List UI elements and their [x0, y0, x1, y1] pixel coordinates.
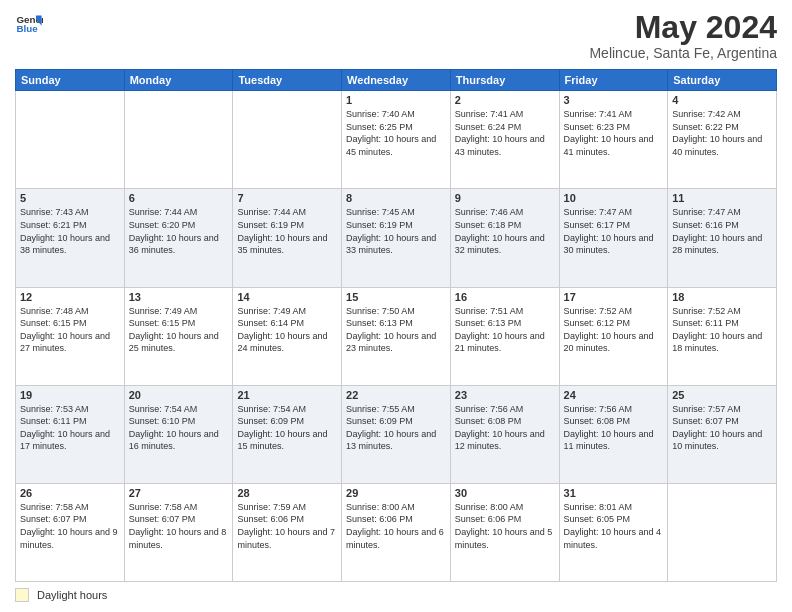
table-row: 15Sunrise: 7:50 AM Sunset: 6:13 PM Dayli…: [342, 287, 451, 385]
col-wednesday: Wednesday: [342, 70, 451, 91]
day-info: Sunrise: 7:47 AM Sunset: 6:16 PM Dayligh…: [672, 206, 772, 256]
table-row: 22Sunrise: 7:55 AM Sunset: 6:09 PM Dayli…: [342, 385, 451, 483]
day-info: Sunrise: 7:55 AM Sunset: 6:09 PM Dayligh…: [346, 403, 446, 453]
table-row: 31Sunrise: 8:01 AM Sunset: 6:05 PM Dayli…: [559, 483, 668, 581]
day-number: 11: [672, 192, 772, 204]
col-saturday: Saturday: [668, 70, 777, 91]
day-number: 9: [455, 192, 555, 204]
table-row: 5Sunrise: 7:43 AM Sunset: 6:21 PM Daylig…: [16, 189, 125, 287]
day-info: Sunrise: 7:46 AM Sunset: 6:18 PM Dayligh…: [455, 206, 555, 256]
day-info: Sunrise: 7:54 AM Sunset: 6:09 PM Dayligh…: [237, 403, 337, 453]
table-row: 21Sunrise: 7:54 AM Sunset: 6:09 PM Dayli…: [233, 385, 342, 483]
calendar-week-row: 5Sunrise: 7:43 AM Sunset: 6:21 PM Daylig…: [16, 189, 777, 287]
day-number: 4: [672, 94, 772, 106]
day-info: Sunrise: 7:59 AM Sunset: 6:06 PM Dayligh…: [237, 501, 337, 551]
day-number: 1: [346, 94, 446, 106]
day-info: Sunrise: 7:58 AM Sunset: 6:07 PM Dayligh…: [129, 501, 229, 551]
day-info: Sunrise: 7:56 AM Sunset: 6:08 PM Dayligh…: [564, 403, 664, 453]
day-number: 21: [237, 389, 337, 401]
col-thursday: Thursday: [450, 70, 559, 91]
table-row: 29Sunrise: 8:00 AM Sunset: 6:06 PM Dayli…: [342, 483, 451, 581]
daylight-box-icon: [15, 588, 29, 602]
title-block: May 2024 Melincue, Santa Fe, Argentina: [589, 10, 777, 61]
day-info: Sunrise: 8:00 AM Sunset: 6:06 PM Dayligh…: [455, 501, 555, 551]
day-info: Sunrise: 7:54 AM Sunset: 6:10 PM Dayligh…: [129, 403, 229, 453]
day-number: 6: [129, 192, 229, 204]
day-number: 18: [672, 291, 772, 303]
day-info: Sunrise: 7:58 AM Sunset: 6:07 PM Dayligh…: [20, 501, 120, 551]
day-number: 2: [455, 94, 555, 106]
header: General Blue May 2024 Melincue, Santa Fe…: [15, 10, 777, 61]
day-info: Sunrise: 7:56 AM Sunset: 6:08 PM Dayligh…: [455, 403, 555, 453]
day-number: 17: [564, 291, 664, 303]
subtitle: Melincue, Santa Fe, Argentina: [589, 45, 777, 61]
day-number: 20: [129, 389, 229, 401]
day-number: 31: [564, 487, 664, 499]
day-number: 15: [346, 291, 446, 303]
calendar-week-row: 19Sunrise: 7:53 AM Sunset: 6:11 PM Dayli…: [16, 385, 777, 483]
table-row: [16, 91, 125, 189]
day-number: 12: [20, 291, 120, 303]
day-info: Sunrise: 8:01 AM Sunset: 6:05 PM Dayligh…: [564, 501, 664, 551]
day-number: 26: [20, 487, 120, 499]
day-number: 22: [346, 389, 446, 401]
day-info: Sunrise: 7:52 AM Sunset: 6:12 PM Dayligh…: [564, 305, 664, 355]
day-number: 14: [237, 291, 337, 303]
calendar-week-row: 12Sunrise: 7:48 AM Sunset: 6:15 PM Dayli…: [16, 287, 777, 385]
col-sunday: Sunday: [16, 70, 125, 91]
day-number: 25: [672, 389, 772, 401]
day-info: Sunrise: 7:43 AM Sunset: 6:21 PM Dayligh…: [20, 206, 120, 256]
table-row: 23Sunrise: 7:56 AM Sunset: 6:08 PM Dayli…: [450, 385, 559, 483]
table-row: 12Sunrise: 7:48 AM Sunset: 6:15 PM Dayli…: [16, 287, 125, 385]
day-number: 8: [346, 192, 446, 204]
day-info: Sunrise: 7:45 AM Sunset: 6:19 PM Dayligh…: [346, 206, 446, 256]
table-row: 11Sunrise: 7:47 AM Sunset: 6:16 PM Dayli…: [668, 189, 777, 287]
table-row: 4Sunrise: 7:42 AM Sunset: 6:22 PM Daylig…: [668, 91, 777, 189]
table-row: [233, 91, 342, 189]
table-row: 7Sunrise: 7:44 AM Sunset: 6:19 PM Daylig…: [233, 189, 342, 287]
calendar-table: Sunday Monday Tuesday Wednesday Thursday…: [15, 69, 777, 582]
day-info: Sunrise: 7:41 AM Sunset: 6:24 PM Dayligh…: [455, 108, 555, 158]
table-row: 10Sunrise: 7:47 AM Sunset: 6:17 PM Dayli…: [559, 189, 668, 287]
day-number: 7: [237, 192, 337, 204]
table-row: 19Sunrise: 7:53 AM Sunset: 6:11 PM Dayli…: [16, 385, 125, 483]
day-info: Sunrise: 7:48 AM Sunset: 6:15 PM Dayligh…: [20, 305, 120, 355]
calendar-week-row: 26Sunrise: 7:58 AM Sunset: 6:07 PM Dayli…: [16, 483, 777, 581]
day-number: 23: [455, 389, 555, 401]
day-number: 19: [20, 389, 120, 401]
day-info: Sunrise: 8:00 AM Sunset: 6:06 PM Dayligh…: [346, 501, 446, 551]
logo-icon: General Blue: [15, 10, 43, 38]
day-info: Sunrise: 7:40 AM Sunset: 6:25 PM Dayligh…: [346, 108, 446, 158]
calendar-header-row: Sunday Monday Tuesday Wednesday Thursday…: [16, 70, 777, 91]
table-row: 13Sunrise: 7:49 AM Sunset: 6:15 PM Dayli…: [124, 287, 233, 385]
col-monday: Monday: [124, 70, 233, 91]
day-number: 30: [455, 487, 555, 499]
table-row: 16Sunrise: 7:51 AM Sunset: 6:13 PM Dayli…: [450, 287, 559, 385]
table-row: 2Sunrise: 7:41 AM Sunset: 6:24 PM Daylig…: [450, 91, 559, 189]
table-row: [668, 483, 777, 581]
day-number: 13: [129, 291, 229, 303]
table-row: 26Sunrise: 7:58 AM Sunset: 6:07 PM Dayli…: [16, 483, 125, 581]
table-row: 28Sunrise: 7:59 AM Sunset: 6:06 PM Dayli…: [233, 483, 342, 581]
table-row: 1Sunrise: 7:40 AM Sunset: 6:25 PM Daylig…: [342, 91, 451, 189]
table-row: 17Sunrise: 7:52 AM Sunset: 6:12 PM Dayli…: [559, 287, 668, 385]
table-row: [124, 91, 233, 189]
svg-text:Blue: Blue: [16, 23, 38, 34]
day-info: Sunrise: 7:51 AM Sunset: 6:13 PM Dayligh…: [455, 305, 555, 355]
day-info: Sunrise: 7:57 AM Sunset: 6:07 PM Dayligh…: [672, 403, 772, 453]
table-row: 27Sunrise: 7:58 AM Sunset: 6:07 PM Dayli…: [124, 483, 233, 581]
day-info: Sunrise: 7:49 AM Sunset: 6:15 PM Dayligh…: [129, 305, 229, 355]
table-row: 8Sunrise: 7:45 AM Sunset: 6:19 PM Daylig…: [342, 189, 451, 287]
day-number: 24: [564, 389, 664, 401]
table-row: 14Sunrise: 7:49 AM Sunset: 6:14 PM Dayli…: [233, 287, 342, 385]
day-number: 5: [20, 192, 120, 204]
day-info: Sunrise: 7:41 AM Sunset: 6:23 PM Dayligh…: [564, 108, 664, 158]
day-number: 16: [455, 291, 555, 303]
day-number: 29: [346, 487, 446, 499]
logo: General Blue: [15, 10, 43, 38]
table-row: 24Sunrise: 7:56 AM Sunset: 6:08 PM Dayli…: [559, 385, 668, 483]
day-info: Sunrise: 7:44 AM Sunset: 6:19 PM Dayligh…: [237, 206, 337, 256]
table-row: 9Sunrise: 7:46 AM Sunset: 6:18 PM Daylig…: [450, 189, 559, 287]
day-info: Sunrise: 7:47 AM Sunset: 6:17 PM Dayligh…: [564, 206, 664, 256]
main-title: May 2024: [589, 10, 777, 45]
